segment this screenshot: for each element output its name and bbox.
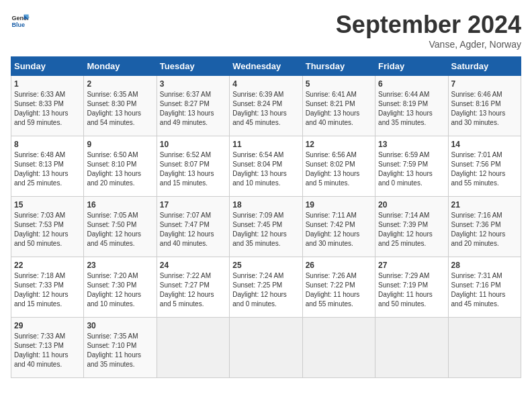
calendar-cell: 20Sunrise: 7:14 AM Sunset: 7:39 PM Dayli… <box>375 197 448 257</box>
day-number: 8 <box>14 140 81 149</box>
calendar-cell: 13Sunrise: 6:59 AM Sunset: 7:59 PM Dayli… <box>375 136 448 197</box>
day-number: 10 <box>160 140 226 149</box>
logo-icon: General Blue <box>11 11 30 30</box>
calendar-cell: 3Sunrise: 6:37 AM Sunset: 8:27 PM Daylig… <box>157 76 229 136</box>
col-header-tuesday: Tuesday <box>157 57 229 76</box>
logo: General Blue <box>11 11 30 30</box>
day-number: 21 <box>451 200 518 210</box>
col-header-saturday: Saturday <box>448 57 521 76</box>
day-info: Sunrise: 7:26 AM Sunset: 7:22 PM Dayligh… <box>306 271 372 309</box>
day-info: Sunrise: 6:39 AM Sunset: 8:24 PM Dayligh… <box>232 90 299 128</box>
day-number: 30 <box>87 321 153 330</box>
day-info: Sunrise: 7:31 AM Sunset: 7:16 PM Dayligh… <box>451 271 518 309</box>
calendar-cell <box>157 318 229 378</box>
calendar-cell: 24Sunrise: 7:22 AM Sunset: 7:27 PM Dayli… <box>157 257 229 318</box>
col-header-monday: Monday <box>84 57 157 76</box>
day-number: 12 <box>306 140 372 149</box>
calendar-cell: 27Sunrise: 7:29 AM Sunset: 7:19 PM Dayli… <box>375 257 448 318</box>
day-number: 22 <box>14 261 81 270</box>
title-block: September 2024 Vanse, Agder, Norway <box>336 11 521 50</box>
day-info: Sunrise: 7:18 AM Sunset: 7:33 PM Dayligh… <box>14 271 81 309</box>
week-row-4: 22Sunrise: 7:18 AM Sunset: 7:33 PM Dayli… <box>11 257 521 318</box>
calendar-cell: 14Sunrise: 7:01 AM Sunset: 7:56 PM Dayli… <box>448 136 521 197</box>
day-number: 6 <box>378 79 445 89</box>
day-number: 7 <box>451 79 518 89</box>
calendar-cell: 25Sunrise: 7:24 AM Sunset: 7:25 PM Dayli… <box>230 257 302 318</box>
calendar-cell: 29Sunrise: 7:33 AM Sunset: 7:13 PM Dayli… <box>11 318 84 378</box>
day-number: 27 <box>378 261 445 270</box>
day-info: Sunrise: 6:41 AM Sunset: 8:21 PM Dayligh… <box>306 90 372 128</box>
day-info: Sunrise: 6:35 AM Sunset: 8:30 PM Dayligh… <box>87 90 153 128</box>
day-number: 15 <box>14 200 81 210</box>
location-subtitle: Vanse, Agder, Norway <box>336 39 521 50</box>
page-header: General Blue September 2024 Vanse, Agder… <box>11 11 521 50</box>
day-number: 14 <box>451 140 518 149</box>
day-number: 4 <box>232 79 299 89</box>
day-info: Sunrise: 6:56 AM Sunset: 8:02 PM Dayligh… <box>306 150 372 188</box>
calendar-cell: 1Sunrise: 6:33 AM Sunset: 8:33 PM Daylig… <box>11 76 84 136</box>
week-row-5: 29Sunrise: 7:33 AM Sunset: 7:13 PM Dayli… <box>11 318 521 378</box>
day-info: Sunrise: 7:33 AM Sunset: 7:13 PM Dayligh… <box>14 332 81 369</box>
day-info: Sunrise: 6:37 AM Sunset: 8:27 PM Dayligh… <box>160 90 226 128</box>
day-number: 23 <box>87 261 153 270</box>
day-info: Sunrise: 6:50 AM Sunset: 8:10 PM Dayligh… <box>87 150 153 188</box>
col-header-thursday: Thursday <box>302 57 375 76</box>
calendar-cell: 23Sunrise: 7:20 AM Sunset: 7:30 PM Dayli… <box>84 257 157 318</box>
day-number: 18 <box>232 200 299 210</box>
calendar-cell <box>375 318 448 378</box>
day-info: Sunrise: 7:24 AM Sunset: 7:25 PM Dayligh… <box>232 271 299 309</box>
day-number: 26 <box>306 261 372 270</box>
calendar-cell: 9Sunrise: 6:50 AM Sunset: 8:10 PM Daylig… <box>84 136 157 197</box>
day-info: Sunrise: 7:03 AM Sunset: 7:53 PM Dayligh… <box>14 211 81 248</box>
day-number: 19 <box>306 200 372 210</box>
day-number: 9 <box>87 140 153 149</box>
header-row: SundayMondayTuesdayWednesdayThursdayFrid… <box>11 57 521 76</box>
calendar-cell: 8Sunrise: 6:48 AM Sunset: 8:13 PM Daylig… <box>11 136 84 197</box>
day-info: Sunrise: 7:14 AM Sunset: 7:39 PM Dayligh… <box>378 211 445 248</box>
day-info: Sunrise: 7:35 AM Sunset: 7:10 PM Dayligh… <box>87 332 153 369</box>
day-number: 24 <box>160 261 226 270</box>
day-number: 11 <box>232 140 299 149</box>
day-info: Sunrise: 7:22 AM Sunset: 7:27 PM Dayligh… <box>160 271 226 309</box>
day-info: Sunrise: 6:44 AM Sunset: 8:19 PM Dayligh… <box>378 90 445 128</box>
day-info: Sunrise: 7:09 AM Sunset: 7:45 PM Dayligh… <box>232 211 299 248</box>
day-number: 17 <box>160 200 226 210</box>
calendar-cell <box>302 318 375 378</box>
col-header-sunday: Sunday <box>11 57 84 76</box>
calendar-cell: 6Sunrise: 6:44 AM Sunset: 8:19 PM Daylig… <box>375 76 448 136</box>
week-row-2: 8Sunrise: 6:48 AM Sunset: 8:13 PM Daylig… <box>11 136 521 197</box>
day-number: 13 <box>378 140 445 149</box>
calendar-cell: 12Sunrise: 6:56 AM Sunset: 8:02 PM Dayli… <box>302 136 375 197</box>
day-number: 25 <box>232 261 299 270</box>
day-info: Sunrise: 6:59 AM Sunset: 7:59 PM Dayligh… <box>378 150 445 188</box>
day-number: 20 <box>378 200 445 210</box>
calendar-cell: 26Sunrise: 7:26 AM Sunset: 7:22 PM Dayli… <box>302 257 375 318</box>
day-info: Sunrise: 7:29 AM Sunset: 7:19 PM Dayligh… <box>378 271 445 309</box>
day-number: 1 <box>14 79 81 89</box>
day-number: 3 <box>160 79 226 89</box>
day-number: 2 <box>87 79 153 89</box>
calendar-cell: 22Sunrise: 7:18 AM Sunset: 7:33 PM Dayli… <box>11 257 84 318</box>
day-info: Sunrise: 7:05 AM Sunset: 7:50 PM Dayligh… <box>87 211 153 248</box>
calendar-cell: 4Sunrise: 6:39 AM Sunset: 8:24 PM Daylig… <box>230 76 302 136</box>
day-info: Sunrise: 6:48 AM Sunset: 8:13 PM Dayligh… <box>14 150 81 188</box>
calendar-cell <box>448 318 521 378</box>
calendar-cell: 17Sunrise: 7:07 AM Sunset: 7:47 PM Dayli… <box>157 197 229 257</box>
calendar-cell: 7Sunrise: 6:46 AM Sunset: 8:16 PM Daylig… <box>448 76 521 136</box>
calendar-cell: 30Sunrise: 7:35 AM Sunset: 7:10 PM Dayli… <box>84 318 157 378</box>
month-title: September 2024 <box>336 11 521 39</box>
day-info: Sunrise: 7:11 AM Sunset: 7:42 PM Dayligh… <box>306 211 372 248</box>
day-info: Sunrise: 6:33 AM Sunset: 8:33 PM Dayligh… <box>14 90 81 128</box>
calendar-cell: 16Sunrise: 7:05 AM Sunset: 7:50 PM Dayli… <box>84 197 157 257</box>
calendar-cell: 18Sunrise: 7:09 AM Sunset: 7:45 PM Dayli… <box>230 197 302 257</box>
calendar-cell <box>230 318 302 378</box>
day-info: Sunrise: 7:01 AM Sunset: 7:56 PM Dayligh… <box>451 150 518 188</box>
day-number: 29 <box>14 321 81 330</box>
svg-text:Blue: Blue <box>11 21 25 28</box>
day-info: Sunrise: 7:07 AM Sunset: 7:47 PM Dayligh… <box>160 211 226 248</box>
day-info: Sunrise: 6:46 AM Sunset: 8:16 PM Dayligh… <box>451 90 518 128</box>
col-header-wednesday: Wednesday <box>230 57 302 76</box>
calendar-cell: 19Sunrise: 7:11 AM Sunset: 7:42 PM Dayli… <box>302 197 375 257</box>
day-info: Sunrise: 6:52 AM Sunset: 8:07 PM Dayligh… <box>160 150 226 188</box>
col-header-friday: Friday <box>375 57 448 76</box>
